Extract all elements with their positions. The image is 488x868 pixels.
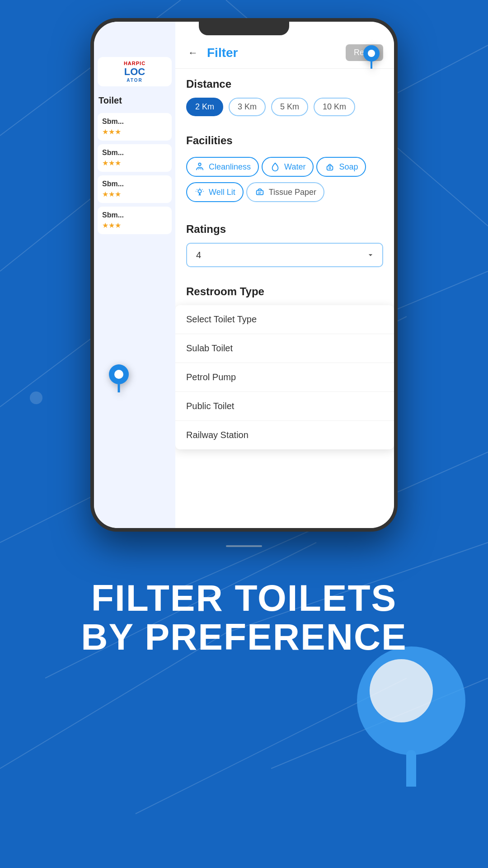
facilities-section-title: Facilities: [186, 134, 383, 147]
list-title: Toilet: [94, 90, 175, 109]
toilet-name: Sbm...: [102, 180, 167, 188]
distance-section-title: Distance: [186, 78, 383, 90]
restroom-type-title: Restroom Type: [186, 285, 383, 298]
toilet-rating: ★★★: [102, 190, 167, 198]
ratings-dropdown[interactable]: 1 2 3 4 5: [186, 243, 383, 267]
dropdown-item-select[interactable]: Select Toilet Type: [175, 305, 394, 334]
distance-chips: 2 Km 3 Km 5 Km 10 Km: [186, 98, 383, 116]
filter-panel: ← Filter Reset Distance 2 Km 3 Km 5 Km 1…: [175, 22, 394, 528]
distance-chip-10km[interactable]: 10 Km: [314, 98, 355, 116]
app-name-part1: LOC: [101, 66, 168, 78]
facility-well-lit[interactable]: Well Lit: [186, 182, 244, 202]
list-item[interactable]: Sbm... ★★★: [98, 113, 172, 141]
toilet-name: Sbm...: [102, 211, 167, 219]
distance-chip-3km[interactable]: 3 Km: [229, 98, 266, 116]
soap-label: Soap: [339, 162, 358, 172]
svg-point-19: [329, 167, 331, 169]
app-logo: HARPIC LOC ATOR: [98, 57, 172, 86]
distance-section: Distance 2 Km 3 Km 5 Km 10 Km: [175, 69, 394, 125]
facility-tissue-paper[interactable]: Tissue Paper: [246, 182, 324, 202]
well-lit-icon: [194, 187, 205, 198]
facilities-section: Facilities Cleanliness: [175, 125, 394, 214]
distance-chip-2km[interactable]: 2 Km: [186, 98, 223, 116]
toilet-rating: ★★★: [102, 127, 167, 136]
well-lit-label: Well Lit: [209, 188, 235, 197]
ratings-section-title: Ratings: [186, 223, 383, 236]
toilet-name: Sbm...: [102, 149, 167, 157]
water-icon: [270, 161, 281, 172]
toilet-rating: ★★★: [102, 221, 167, 230]
cleanliness-label: Cleanliness: [209, 162, 251, 172]
ratings-section: Ratings 1 2 3 4 5: [175, 214, 394, 276]
svg-rect-18: [327, 166, 333, 170]
map-pin-top-right: [362, 44, 380, 67]
back-button[interactable]: ←: [186, 45, 200, 61]
app-name-part2: ATOR: [101, 78, 168, 83]
bottom-headline-line2: BY PREFERENCE: [27, 618, 461, 656]
dropdown-item-petrol[interactable]: Petrol Pump: [175, 363, 394, 392]
distance-chip-5km[interactable]: 5 Km: [271, 98, 308, 116]
filter-title: Filter: [207, 46, 338, 60]
toilet-name: Sbm...: [102, 118, 167, 126]
restroom-dropdown-list: Select Toilet Type Sulab Toilet Petrol P…: [175, 305, 394, 449]
left-panel: HARPIC LOC ATOR Toilet Sbm... ★★★ Sbm...…: [94, 22, 175, 528]
dropdown-item-sulab[interactable]: Sulab Toilet: [175, 334, 394, 363]
cleanliness-icon: [194, 161, 205, 172]
dropdown-item-railway[interactable]: Railway Station: [175, 421, 394, 449]
water-label: Water: [284, 162, 305, 172]
list-item[interactable]: Sbm... ★★★: [98, 207, 172, 234]
restroom-type-section: Restroom Type: [175, 276, 394, 298]
map-pin-bottom-left: [108, 363, 130, 392]
tissue-paper-icon: [254, 187, 265, 198]
facilities-container: Cleanliness Water: [186, 154, 383, 205]
list-item[interactable]: Sbm... ★★★: [98, 144, 172, 172]
facility-soap[interactable]: Soap: [316, 157, 366, 177]
toilet-rating: ★★★: [102, 159, 167, 167]
svg-point-25: [368, 50, 375, 57]
divider: [226, 545, 262, 547]
svg-point-27: [114, 370, 123, 379]
brand-name: HARPIC: [101, 61, 168, 66]
bottom-headline-line1: FILTER TOILETS: [27, 579, 461, 618]
phone-frame: HARPIC LOC ATOR Toilet Sbm... ★★★ Sbm...…: [90, 18, 398, 532]
bottom-text-section: FILTER TOILETS BY PREFERENCE: [0, 561, 488, 684]
tissue-paper-label: Tissue Paper: [269, 188, 316, 197]
svg-rect-21: [256, 190, 263, 194]
list-item[interactable]: Sbm... ★★★: [98, 175, 172, 203]
phone-notch: [199, 22, 289, 35]
soap-icon: [324, 161, 335, 172]
svg-point-17: [198, 163, 201, 166]
facility-water[interactable]: Water: [262, 157, 314, 177]
facility-cleanliness[interactable]: Cleanliness: [186, 157, 259, 177]
dropdown-item-public[interactable]: Public Toilet: [175, 392, 394, 421]
